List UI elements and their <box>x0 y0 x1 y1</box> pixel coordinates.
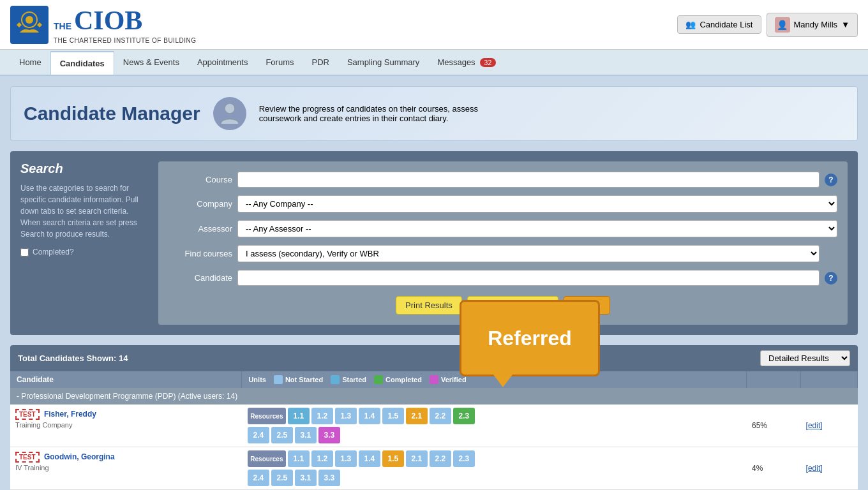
unit-2-1[interactable]: 2.1 <box>406 408 428 424</box>
unit-2-4[interactable]: 2.4 <box>248 470 269 486</box>
units-row1: Resources 1.1 1.2 1.3 1.4 1.5 2.1 2.2 2.… <box>247 407 742 425</box>
unit-2-4[interactable]: 2.4 <box>248 427 269 443</box>
completed-legend-box <box>374 375 383 384</box>
course-row: Course ? <box>168 172 837 188</box>
unit-1-5[interactable]: 1.5 <box>382 408 404 424</box>
unit-1-5[interactable]: 1.5 <box>382 450 404 467</box>
candidate-label: Candidate <box>168 273 232 283</box>
candidate-help-icon[interactable]: ? <box>825 272 837 285</box>
candidate-manager-icon <box>213 97 246 130</box>
completed-label: Completed? <box>33 248 74 256</box>
find-courses-select[interactable]: I assess (secondary), Verify or WBR All … <box>237 245 819 262</box>
results-header: Total Candidates Shown: 14 Detailed Resu… <box>10 345 858 371</box>
nav-pdr[interactable]: PDR <box>303 51 338 73</box>
unit-3-1[interactable]: 3.1 <box>295 427 317 443</box>
completed-checkbox[interactable] <box>20 248 29 256</box>
edit-cell: [edit] <box>801 405 858 447</box>
table-row: TEST Goodwin, Georgina IV Training Resou… <box>10 447 858 490</box>
unit-2-3[interactable]: 2.3 <box>453 450 475 467</box>
page-content: Candidate Manager Review the progress of… <box>0 76 868 490</box>
unit-2-5[interactable]: 2.5 <box>271 470 293 486</box>
table-header-row: Candidate Units Not Started Started <box>10 371 858 388</box>
page-header: Candidate Manager Review the progress of… <box>10 86 858 141</box>
company-row: Company -- Any Company -- Company A <box>168 195 837 212</box>
candidate-input[interactable] <box>237 270 819 286</box>
results-section: Total Candidates Shown: 14 Detailed Resu… <box>10 345 858 490</box>
group-header-row: - Professional Development Programme (PD… <box>10 388 858 405</box>
company-select[interactable]: -- Any Company -- Company A <box>237 195 837 212</box>
nav-sampling-summary[interactable]: Sampling Summary <box>338 51 428 73</box>
dropdown-arrow-icon: ▼ <box>841 20 849 29</box>
assessor-select[interactable]: -- Any Assessor -- Assessor A <box>237 220 837 237</box>
edit-link[interactable]: [edit] <box>806 464 823 473</box>
ciob-text: CIOB <box>74 5 142 36</box>
tooltip-pointer <box>493 375 513 387</box>
unit-2-1[interactable]: 2.1 <box>406 450 428 467</box>
course-label: Course <box>168 175 232 184</box>
legend-started: Started <box>331 375 366 384</box>
page-title: Candidate Manager <box>24 103 200 124</box>
logo-area: THE CIOB THE CHARTERED INSTITUTE OF BUIL… <box>10 5 196 44</box>
units-row1: Resources 1.1 1.2 1.3 1.4 1.5 2.1 2.2 2.… <box>247 450 742 468</box>
unit-3-3[interactable]: 3.3 <box>318 427 340 443</box>
search-panel: Search Use the categories to search for … <box>10 151 858 335</box>
candidate-link[interactable]: Goodwin, Georgina <box>44 452 115 461</box>
course-input[interactable] <box>237 172 819 188</box>
verified-legend-box <box>430 375 438 384</box>
nav-candidates[interactable]: Candidates <box>50 51 114 75</box>
view-select[interactable]: Detailed Results Summary Results <box>760 350 850 366</box>
svg-point-2 <box>26 16 33 24</box>
candidate-name-cell: TEST Goodwin, Georgina IV Training <box>10 447 242 490</box>
unit-1-1[interactable]: 1.1 <box>288 408 310 424</box>
candidate-company: Training Company <box>15 421 237 429</box>
course-help-icon[interactable]: ? <box>825 174 837 186</box>
candidate-row-name: TEST Fisher, Freddy <box>15 410 237 419</box>
unit-3-1[interactable]: 3.1 <box>295 470 317 486</box>
total-candidates-label: Total Candidates Shown: 14 <box>18 353 128 363</box>
candidate-row: Candidate ? <box>168 270 837 286</box>
unit-1-3[interactable]: 1.3 <box>335 408 357 424</box>
unit-1-2[interactable]: 1.2 <box>311 450 333 467</box>
nav-home[interactable]: Home <box>10 51 50 73</box>
unit-1-4[interactable]: 1.4 <box>359 450 380 467</box>
candidate-company: IV Training <box>15 464 237 471</box>
print-results-button[interactable]: Print Results <box>396 296 462 315</box>
nav-messages[interactable]: Messages 32 <box>428 51 504 73</box>
unit-1-1[interactable]: 1.1 <box>288 450 310 467</box>
messages-badge: 32 <box>480 58 495 67</box>
legend-completed: Completed <box>374 375 422 384</box>
unit-resources[interactable]: Resources <box>248 408 286 424</box>
legend-verified: Verified <box>430 375 467 384</box>
find-courses-row: Find courses I assess (secondary), Verif… <box>168 245 837 262</box>
find-courses-label: Find courses <box>168 249 232 258</box>
nav-forums[interactable]: Forums <box>257 51 303 73</box>
unit-2-3[interactable]: 2.3 <box>453 408 475 424</box>
unit-resources[interactable]: Resources <box>248 450 286 467</box>
table-row: TEST Fisher, Freddy Training Company Res… <box>10 405 858 447</box>
user-menu-button[interactable]: 👤 Mandy Mills ▼ <box>767 13 858 37</box>
search-description: Use the categories to search for specifi… <box>20 182 148 240</box>
assessor-row: Assessor -- Any Assessor -- Assessor A <box>168 220 837 237</box>
search-sidebar: Search Use the categories to search for … <box>20 161 148 325</box>
unit-2-2[interactable]: 2.2 <box>430 408 451 424</box>
edit-link[interactable]: [edit] <box>806 421 823 430</box>
progress-cell: 65% <box>747 405 801 447</box>
unit-1-4[interactable]: 1.4 <box>359 408 380 424</box>
candidate-list-button[interactable]: 👥 Candidate List <box>677 15 761 34</box>
ciob-logo-icon <box>10 6 49 44</box>
unit-2-5[interactable]: 2.5 <box>271 427 293 443</box>
nav-news-events[interactable]: News & Events <box>114 51 188 73</box>
nav-appointments[interactable]: Appointments <box>188 51 257 73</box>
referred-tooltip: Referred <box>460 300 600 376</box>
unit-1-2[interactable]: 1.2 <box>311 408 333 424</box>
unit-2-2[interactable]: 2.2 <box>430 450 451 467</box>
logo-subtitle: THE CHARTERED INSTITUTE OF BUILDING <box>54 37 196 44</box>
candidate-link[interactable]: Fisher, Freddy <box>44 410 96 419</box>
unit-1-3[interactable]: 1.3 <box>335 450 357 467</box>
assessor-label: Assessor <box>168 224 232 234</box>
group-header-cell: - Professional Development Programme (PD… <box>10 388 858 405</box>
logo-the: THE <box>54 21 71 31</box>
unit-3-3[interactable]: 3.3 <box>318 470 340 486</box>
units-cell: Resources 1.1 1.2 1.3 1.4 1.5 2.1 2.2 2.… <box>242 447 747 490</box>
nav-bar: Home Candidates News & Events Appointmen… <box>0 50 868 76</box>
